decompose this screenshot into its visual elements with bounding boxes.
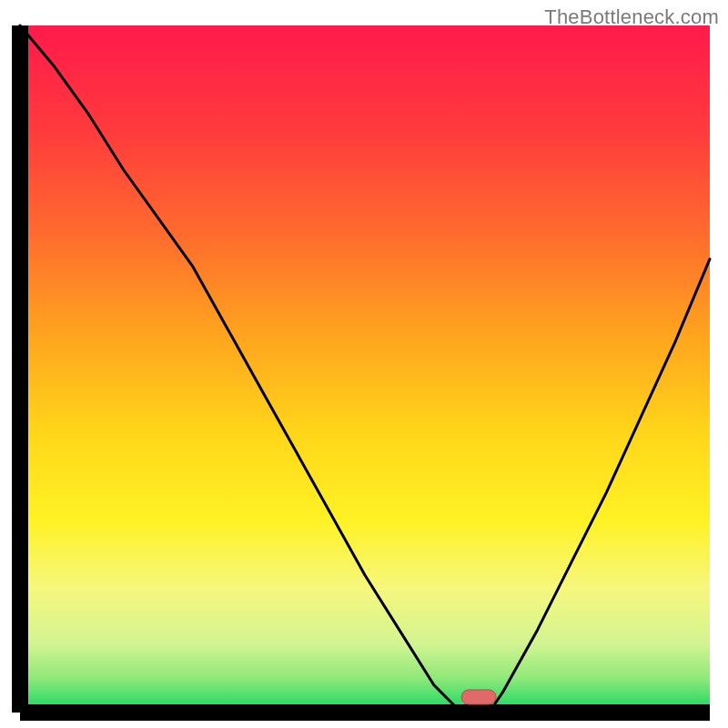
chart-container: TheBottleneck.com [0,0,728,728]
watermark-text: TheBottleneck.com [544,5,719,29]
bottleneck-chart [0,0,728,728]
optimal-marker [461,690,496,704]
plot-background [20,25,710,713]
